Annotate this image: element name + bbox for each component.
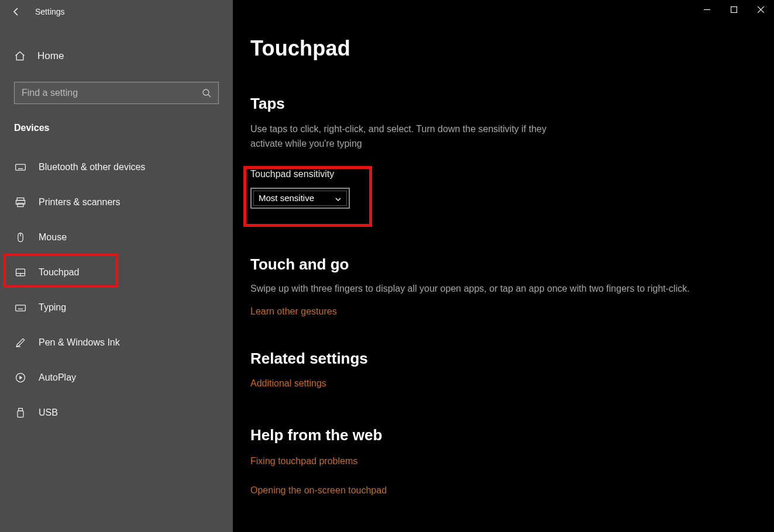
- autoplay-icon: [14, 371, 27, 384]
- touchgo-heading: Touch and go: [250, 255, 756, 274]
- mouse-icon: [14, 231, 27, 244]
- svg-point-0: [203, 89, 209, 95]
- search-input[interactable]: [22, 88, 202, 98]
- learn-gestures-link[interactable]: Learn other gestures: [250, 306, 337, 317]
- sidebar-item-label: Pen & Windows Ink: [39, 337, 120, 348]
- sidebar: Settings Home Devices Bluetooth & other …: [0, 0, 233, 532]
- sidebar-item-usb[interactable]: USB: [0, 395, 233, 430]
- related-heading: Related settings: [250, 350, 756, 368]
- svg-rect-28: [731, 6, 737, 12]
- svg-line-1: [208, 95, 211, 97]
- minimize-button[interactable]: [693, 0, 720, 19]
- sensitivity-value: Most sensitive: [259, 193, 314, 203]
- chevron-down-icon: [335, 195, 342, 202]
- help-link-onscreen[interactable]: Opening the on-screen touchpad: [250, 485, 756, 496]
- sidebar-item-label: Touchpad: [39, 267, 79, 278]
- svg-marker-24: [19, 376, 22, 380]
- sidebar-item-label: Mouse: [39, 232, 67, 243]
- svg-rect-26: [18, 411, 23, 417]
- home-nav[interactable]: Home: [0, 44, 233, 68]
- main-pane: Touchpad Taps Use taps to click, right-c…: [233, 0, 774, 532]
- sidebar-group-header: Devices: [14, 123, 233, 133]
- help-link-fixing[interactable]: Fixing touchpad problems: [250, 456, 756, 467]
- sidebar-item-typing[interactable]: Typing: [0, 290, 233, 325]
- back-icon[interactable]: [12, 7, 21, 16]
- sidebar-item-label: Printers & scanners: [39, 197, 121, 208]
- sidebar-item-label: AutoPlay: [39, 372, 76, 383]
- typing-icon: [14, 301, 27, 314]
- sidebar-item-label: Bluetooth & other devices: [39, 162, 145, 172]
- maximize-button[interactable]: [720, 0, 747, 19]
- sidebar-item-autoplay[interactable]: AutoPlay: [0, 360, 233, 395]
- taps-heading: Taps: [250, 95, 756, 113]
- additional-settings-link[interactable]: Additional settings: [250, 378, 326, 389]
- window-controls: [693, 0, 774, 19]
- usb-icon: [14, 406, 27, 419]
- svg-rect-2: [16, 164, 26, 170]
- sidebar-item-mouse[interactable]: Mouse: [0, 220, 233, 255]
- sensitivity-select[interactable]: Most sensitive: [250, 188, 350, 209]
- page-title: Touchpad: [250, 36, 756, 61]
- sidebar-item-label: USB: [39, 407, 58, 418]
- keyboard-icon: [14, 161, 27, 174]
- pen-icon: [14, 336, 27, 349]
- svg-rect-11: [18, 203, 23, 207]
- sidebar-item-touchpad[interactable]: Touchpad: [0, 255, 233, 290]
- home-icon: [14, 50, 26, 62]
- printer-icon: [14, 196, 27, 209]
- sidebar-item-printers[interactable]: Printers & scanners: [0, 185, 233, 220]
- help-heading: Help from the web: [250, 426, 756, 444]
- sensitivity-label: Touchpad sensitivity: [250, 169, 756, 179]
- taps-description: Use taps to click, right-click, and sele…: [250, 122, 578, 151]
- touchpad-icon: [14, 266, 27, 279]
- search-box[interactable]: [14, 82, 219, 104]
- sidebar-nav: Bluetooth & other devices Printers & sca…: [0, 150, 233, 430]
- sidebar-item-pen[interactable]: Pen & Windows Ink: [0, 325, 233, 360]
- touchgo-description: Swipe up with three fingers to display a…: [250, 282, 754, 296]
- sidebar-item-bluetooth[interactable]: Bluetooth & other devices: [0, 150, 233, 185]
- close-button[interactable]: [747, 0, 774, 19]
- search-icon: [202, 88, 211, 98]
- app-title: Settings: [35, 7, 65, 16]
- sidebar-header: Settings: [0, 0, 233, 23]
- svg-rect-17: [16, 305, 26, 311]
- home-label: Home: [37, 50, 64, 62]
- sidebar-item-label: Typing: [39, 302, 66, 313]
- svg-rect-9: [17, 198, 24, 201]
